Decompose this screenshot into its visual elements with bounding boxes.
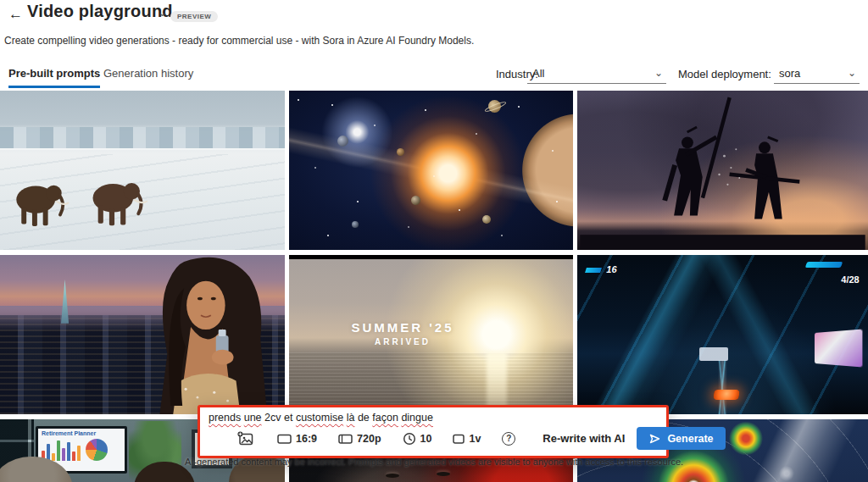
- eye-art: [386, 474, 399, 478]
- generate-button[interactable]: Generate: [637, 427, 725, 450]
- resolution-icon: [338, 434, 353, 444]
- billboard-art: [699, 347, 728, 361]
- prompt-input[interactable]: prends une 2cv et customise là de façon …: [200, 407, 666, 424]
- summer-overlay-text: SUMMER '25 ARRIVED: [312, 320, 493, 346]
- variants-icon: [453, 434, 465, 444]
- samurai-silhouettes-art: [577, 91, 868, 250]
- video-tile-samurai-duel[interactable]: [577, 91, 868, 250]
- clock-icon: [403, 432, 416, 446]
- industry-dropdown[interactable]: All ⌄: [527, 64, 666, 84]
- ice-cliff-art: [0, 127, 285, 149]
- industry-chevron-down-icon: ⌄: [654, 67, 663, 79]
- race-car-art: [713, 390, 740, 400]
- generate-label: Generate: [667, 433, 713, 445]
- send-icon: [648, 433, 661, 445]
- model-deployment-value: sora: [779, 67, 800, 80]
- help-icon: ?: [502, 432, 515, 446]
- variants-value: 1v: [469, 433, 481, 445]
- woman-with-perfume-art: [103, 255, 285, 414]
- page-title: Video playground: [27, 2, 173, 21]
- aspect-ratio-icon: [277, 434, 292, 444]
- page-subtitle: Create compelling video generations - re…: [4, 35, 474, 47]
- model-chevron-down-icon: ⌄: [848, 67, 856, 79]
- industry-value: All: [532, 67, 544, 80]
- duration-value: 10: [420, 433, 432, 445]
- aspect-ratio-value: 16:9: [296, 433, 317, 445]
- planet-art: [482, 215, 491, 224]
- hud-pill-art: [805, 262, 843, 268]
- video-tile-neon-racing[interactable]: 16 4/28: [577, 255, 868, 414]
- video-tile-solar-system[interactable]: [289, 91, 573, 250]
- video-tile-perfume-ad[interactable]: [0, 255, 285, 414]
- mammoths-art: [8, 169, 174, 239]
- hud-lap-counter: 4/28: [841, 274, 859, 285]
- summer-line1: SUMMER '25: [312, 320, 493, 335]
- tab-generation-history[interactable]: Generation history: [103, 67, 193, 86]
- video-tile-woolly-mammoths[interactable]: [0, 91, 285, 250]
- planet-art: [411, 196, 420, 205]
- video-tile-summer-sunset[interactable]: SUMMER '25 ARRIVED: [289, 255, 573, 414]
- duration-button[interactable]: 10: [403, 432, 432, 446]
- composer-toolbar: 16:9 720p 10 1v: [200, 424, 666, 456]
- dashboard-title: Retirement Planner: [42, 430, 121, 436]
- model-deployment-label: Model deployment:: [678, 68, 771, 80]
- billboard-art: [815, 330, 862, 368]
- title-chevron-down-icon[interactable]: ⌄: [158, 6, 167, 19]
- variants-button[interactable]: 1v: [453, 433, 481, 445]
- annotation-highlight-prompt-composer: prends une 2cv et customise là de façon …: [198, 405, 669, 458]
- preview-badge: PREVIEW: [170, 11, 218, 22]
- planet-art: [352, 221, 359, 228]
- aspect-ratio-button[interactable]: 16:9: [277, 433, 317, 445]
- rewrite-with-ai-button[interactable]: Re-write with AI: [542, 432, 625, 445]
- summer-line2: ARRIVED: [312, 337, 493, 346]
- video-playground-page: ← Video playground ⌄ PREVIEW Create comp…: [0, 0, 868, 482]
- planet-art: [397, 148, 404, 156]
- resolution-button[interactable]: 720p: [338, 433, 381, 445]
- add-image-button[interactable]: [237, 431, 253, 446]
- hud-speed-bar-art: [585, 268, 602, 273]
- image-sparkle-icon: [237, 431, 253, 446]
- model-deployment-dropdown[interactable]: sora ⌄: [774, 64, 860, 84]
- resolution-value: 720p: [357, 433, 381, 445]
- help-button[interactable]: ?: [502, 432, 515, 446]
- ringed-planet-art: [488, 100, 501, 113]
- tab-pre-built-prompts[interactable]: Pre-built prompts: [8, 67, 100, 88]
- hud-left-value: 16: [606, 264, 616, 274]
- starfield-art: [298, 99, 299, 101]
- back-arrow-icon[interactable]: ←: [8, 6, 23, 23]
- planet-art: [337, 136, 348, 147]
- eye-art: [437, 472, 450, 476]
